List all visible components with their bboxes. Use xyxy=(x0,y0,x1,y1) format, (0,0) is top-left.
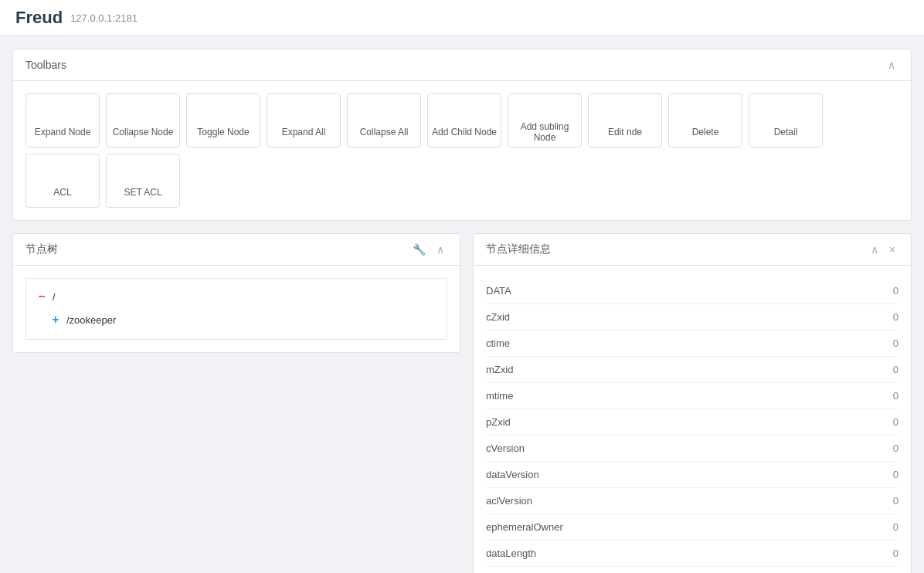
detail-row: pZxid 0 xyxy=(486,409,899,436)
tree-panel-controls: 🔧 ∧ xyxy=(409,242,447,257)
detail-row: DATA 0 xyxy=(486,278,899,304)
detail-key: dataLength xyxy=(486,548,536,559)
toolbars-panel-body: Expand NodeCollapse NodeToggle NodeExpan… xyxy=(13,81,911,220)
main-content: Toolbars ∧ Expand NodeCollapse NodeToggl… xyxy=(0,36,924,573)
detail-row: mZxid 0 xyxy=(486,357,899,383)
collapse-all-label: Collapse All xyxy=(360,127,409,137)
edit-node-button[interactable]: Edit nde xyxy=(588,93,662,147)
detail-row: dataVersion 0 xyxy=(486,462,899,488)
detail-panel-title: 节点详细信息 xyxy=(486,242,551,256)
detail-panel-container: 节点详细信息 ∧ × DATA 0 cZxid 0 ctime 0 mZxid … xyxy=(473,233,912,573)
detail-value: 0 xyxy=(893,285,899,297)
tree-collapse-button[interactable]: ∧ xyxy=(433,242,447,257)
detail-row: dataLength 0 xyxy=(486,541,899,567)
tree-toggle-zookeeper: + xyxy=(49,313,62,327)
tree-label-root: / xyxy=(53,291,56,303)
tree-label-zookeeper: /zookeeper xyxy=(66,314,116,326)
detail-row: cZxid 0 xyxy=(486,304,899,331)
tree-settings-button[interactable]: 🔧 xyxy=(409,242,429,257)
toolbars-panel-header: Toolbars ∧ xyxy=(13,49,911,81)
detail-value: 0 xyxy=(893,311,899,323)
detail-panel-header: 节点详细信息 ∧ × xyxy=(474,234,911,266)
toolbars-panel-controls: ∧ xyxy=(885,57,899,73)
detail-value: 0 xyxy=(893,416,899,428)
detail-close-button[interactable]: × xyxy=(886,242,899,257)
tree-node-zookeeper[interactable]: + /zookeeper xyxy=(26,308,447,331)
expand-all-button[interactable]: Expand All xyxy=(267,93,341,147)
detail-value: 0 xyxy=(893,495,899,507)
detail-value: 0 xyxy=(893,337,899,349)
add-child-node-label: Add Child Node xyxy=(432,127,497,137)
detail-table: DATA 0 cZxid 0 ctime 0 mZxid 0 mtime 0 p… xyxy=(486,278,899,573)
detail-label: Detail xyxy=(774,127,798,137)
detail-row: ephemeralOwner 0 xyxy=(486,514,899,541)
add-child-node-button[interactable]: Add Child Node xyxy=(427,93,501,147)
detail-panel: 节点详细信息 ∧ × DATA 0 cZxid 0 ctime 0 mZxid … xyxy=(473,233,912,573)
delete-label: Delete xyxy=(692,127,719,137)
tree-panel-container: 节点树 🔧 ∧ − / + /zookeeper xyxy=(12,233,460,573)
detail-value: 0 xyxy=(893,521,899,533)
detail-row: aclVersion 0 xyxy=(486,488,899,514)
detail-value: 0 xyxy=(893,390,899,402)
detail-row: mtime 0 xyxy=(486,383,899,409)
detail-row: ctime 0 xyxy=(486,331,899,357)
detail-key: mZxid xyxy=(486,364,513,375)
add-sibling-node-button[interactable]: Add subling Node xyxy=(508,93,582,147)
edit-node-label: Edit nde xyxy=(608,127,642,137)
app-title: Freud xyxy=(15,8,63,28)
detail-key: ctime xyxy=(486,337,510,349)
detail-key: pZxid xyxy=(486,416,511,428)
tree-panel-header: 节点树 🔧 ∧ xyxy=(13,234,460,266)
expand-all-label: Expand All xyxy=(282,127,326,137)
toolbars-panel: Toolbars ∧ Expand NodeCollapse NodeToggl… xyxy=(12,49,912,221)
collapse-node-button[interactable]: Collapse Node xyxy=(106,93,180,147)
collapse-all-button[interactable]: Collapse All xyxy=(347,93,421,147)
toolbars-panel-title: Toolbars xyxy=(25,59,66,71)
detail-value: 0 xyxy=(893,469,899,480)
detail-key: ephemeralOwner xyxy=(486,521,563,533)
bottom-panels: 节点树 🔧 ∧ − / + /zookeeper 节点详细信息 xyxy=(12,233,912,573)
acl-label: ACL xyxy=(53,187,71,198)
tree-container: − / + /zookeeper xyxy=(25,278,447,340)
detail-row: numChildren 0 xyxy=(486,567,899,573)
detail-panel-controls: ∧ × xyxy=(868,242,899,257)
detail-value: 0 xyxy=(893,364,899,375)
tree-node-root[interactable]: − / xyxy=(26,285,447,308)
detail-value: 0 xyxy=(893,548,899,559)
detail-panel-body: DATA 0 cZxid 0 ctime 0 mZxid 0 mtime 0 p… xyxy=(474,266,911,573)
delete-button[interactable]: Delete xyxy=(668,93,742,147)
detail-key: aclVersion xyxy=(486,495,532,507)
detail-key: cZxid xyxy=(486,311,510,323)
detail-row: cVersion 0 xyxy=(486,436,899,462)
tree-panel: 节点树 🔧 ∧ − / + /zookeeper xyxy=(12,233,460,353)
toolbars-collapse-button[interactable]: ∧ xyxy=(885,57,899,73)
detail-value: 0 xyxy=(893,442,899,454)
detail-button[interactable]: Detail xyxy=(749,93,823,147)
detail-collapse-button[interactable]: ∧ xyxy=(868,242,882,257)
expand-node-label: Expand Node xyxy=(35,127,91,137)
set-acl-label: SET ACL xyxy=(124,187,161,198)
tree-panel-body: − / + /zookeeper xyxy=(13,266,460,352)
server-address: 127.0.0.1:2181 xyxy=(70,12,138,24)
acl-button[interactable]: ACL xyxy=(25,154,100,208)
toggle-node-button[interactable]: Toggle Node xyxy=(186,93,260,147)
detail-key: DATA xyxy=(486,285,511,297)
expand-node-button[interactable]: Expand Node xyxy=(25,93,100,147)
detail-key: dataVersion xyxy=(486,469,539,480)
add-sibling-node-label: Add subling Node xyxy=(508,121,581,143)
toggle-node-label: Toggle Node xyxy=(197,127,249,137)
detail-key: cVersion xyxy=(486,442,525,454)
collapse-node-label: Collapse Node xyxy=(113,127,174,137)
header: Freud 127.0.0.1:2181 xyxy=(0,0,924,36)
tree-toggle-root: − xyxy=(36,290,48,303)
detail-key: mtime xyxy=(486,390,513,402)
tree-panel-title: 节点树 xyxy=(25,242,58,256)
toolbar-grid: Expand NodeCollapse NodeToggle NodeExpan… xyxy=(25,93,899,208)
set-acl-button[interactable]: SET ACL xyxy=(106,154,180,208)
